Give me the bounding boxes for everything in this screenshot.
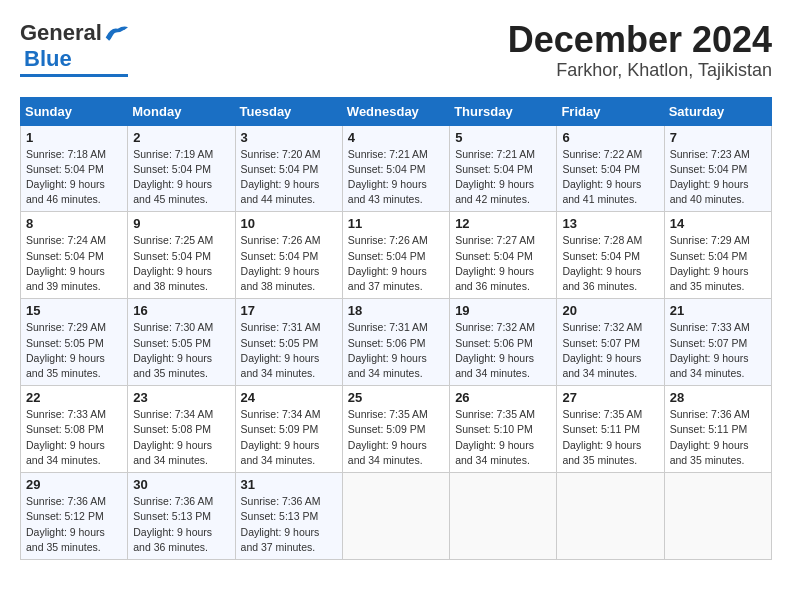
day-info: Sunrise: 7:35 AMSunset: 5:10 PMDaylight:… bbox=[455, 407, 551, 468]
weekday-header-cell: Saturday bbox=[664, 97, 771, 125]
calendar-day-cell: 31Sunrise: 7:36 AMSunset: 5:13 PMDayligh… bbox=[235, 473, 342, 560]
day-info: Sunrise: 7:27 AMSunset: 5:04 PMDaylight:… bbox=[455, 233, 551, 294]
day-info: Sunrise: 7:23 AMSunset: 5:04 PMDaylight:… bbox=[670, 147, 766, 208]
weekday-header-row: SundayMondayTuesdayWednesdayThursdayFrid… bbox=[21, 97, 772, 125]
day-info: Sunrise: 7:33 AMSunset: 5:08 PMDaylight:… bbox=[26, 407, 122, 468]
day-number: 15 bbox=[26, 303, 122, 318]
logo-blue: Blue bbox=[24, 46, 72, 72]
day-number: 20 bbox=[562, 303, 658, 318]
calendar-day-cell: 2Sunrise: 7:19 AMSunset: 5:04 PMDaylight… bbox=[128, 125, 235, 212]
day-info: Sunrise: 7:20 AMSunset: 5:04 PMDaylight:… bbox=[241, 147, 337, 208]
day-number: 6 bbox=[562, 130, 658, 145]
day-info: Sunrise: 7:33 AMSunset: 5:07 PMDaylight:… bbox=[670, 320, 766, 381]
calendar-day-cell: 17Sunrise: 7:31 AMSunset: 5:05 PMDayligh… bbox=[235, 299, 342, 386]
day-number: 10 bbox=[241, 216, 337, 231]
day-number: 21 bbox=[670, 303, 766, 318]
calendar-day-cell: 22Sunrise: 7:33 AMSunset: 5:08 PMDayligh… bbox=[21, 386, 128, 473]
calendar-day-cell: 16Sunrise: 7:30 AMSunset: 5:05 PMDayligh… bbox=[128, 299, 235, 386]
day-number: 17 bbox=[241, 303, 337, 318]
day-number: 11 bbox=[348, 216, 444, 231]
logo: General Blue bbox=[20, 20, 128, 77]
day-info: Sunrise: 7:19 AMSunset: 5:04 PMDaylight:… bbox=[133, 147, 229, 208]
calendar-day-cell: 24Sunrise: 7:34 AMSunset: 5:09 PMDayligh… bbox=[235, 386, 342, 473]
calendar-day-cell: 11Sunrise: 7:26 AMSunset: 5:04 PMDayligh… bbox=[342, 212, 449, 299]
day-number: 12 bbox=[455, 216, 551, 231]
day-number: 14 bbox=[670, 216, 766, 231]
day-number: 30 bbox=[133, 477, 229, 492]
day-info: Sunrise: 7:29 AMSunset: 5:05 PMDaylight:… bbox=[26, 320, 122, 381]
calendar-day-cell: 14Sunrise: 7:29 AMSunset: 5:04 PMDayligh… bbox=[664, 212, 771, 299]
day-info: Sunrise: 7:36 AMSunset: 5:11 PMDaylight:… bbox=[670, 407, 766, 468]
weekday-header-cell: Friday bbox=[557, 97, 664, 125]
day-info: Sunrise: 7:30 AMSunset: 5:05 PMDaylight:… bbox=[133, 320, 229, 381]
month-title: December 2024 bbox=[508, 20, 772, 60]
calendar-day-cell: 25Sunrise: 7:35 AMSunset: 5:09 PMDayligh… bbox=[342, 386, 449, 473]
day-number: 4 bbox=[348, 130, 444, 145]
weekday-header-cell: Thursday bbox=[450, 97, 557, 125]
page-header: General Blue December 2024 Farkhor, Khat… bbox=[20, 20, 772, 81]
calendar-day-cell: 7Sunrise: 7:23 AMSunset: 5:04 PMDaylight… bbox=[664, 125, 771, 212]
location-title: Farkhor, Khatlon, Tajikistan bbox=[508, 60, 772, 81]
day-info: Sunrise: 7:18 AMSunset: 5:04 PMDaylight:… bbox=[26, 147, 122, 208]
day-info: Sunrise: 7:35 AMSunset: 5:09 PMDaylight:… bbox=[348, 407, 444, 468]
calendar-day-cell bbox=[664, 473, 771, 560]
calendar-body: 1Sunrise: 7:18 AMSunset: 5:04 PMDaylight… bbox=[21, 125, 772, 559]
title-block: December 2024 Farkhor, Khatlon, Tajikist… bbox=[508, 20, 772, 81]
calendar-day-cell: 5Sunrise: 7:21 AMSunset: 5:04 PMDaylight… bbox=[450, 125, 557, 212]
day-number: 19 bbox=[455, 303, 551, 318]
logo-bird-icon bbox=[104, 25, 128, 43]
calendar-day-cell: 23Sunrise: 7:34 AMSunset: 5:08 PMDayligh… bbox=[128, 386, 235, 473]
calendar-week-row: 29Sunrise: 7:36 AMSunset: 5:12 PMDayligh… bbox=[21, 473, 772, 560]
day-info: Sunrise: 7:36 AMSunset: 5:12 PMDaylight:… bbox=[26, 494, 122, 555]
calendar-day-cell: 29Sunrise: 7:36 AMSunset: 5:12 PMDayligh… bbox=[21, 473, 128, 560]
logo-underline bbox=[20, 74, 128, 77]
day-info: Sunrise: 7:26 AMSunset: 5:04 PMDaylight:… bbox=[241, 233, 337, 294]
calendar-day-cell bbox=[557, 473, 664, 560]
day-number: 1 bbox=[26, 130, 122, 145]
day-number: 25 bbox=[348, 390, 444, 405]
day-number: 3 bbox=[241, 130, 337, 145]
day-number: 22 bbox=[26, 390, 122, 405]
weekday-header-cell: Sunday bbox=[21, 97, 128, 125]
day-number: 26 bbox=[455, 390, 551, 405]
calendar-day-cell: 9Sunrise: 7:25 AMSunset: 5:04 PMDaylight… bbox=[128, 212, 235, 299]
weekday-header-cell: Tuesday bbox=[235, 97, 342, 125]
day-info: Sunrise: 7:25 AMSunset: 5:04 PMDaylight:… bbox=[133, 233, 229, 294]
day-info: Sunrise: 7:22 AMSunset: 5:04 PMDaylight:… bbox=[562, 147, 658, 208]
weekday-header-cell: Monday bbox=[128, 97, 235, 125]
calendar-day-cell: 10Sunrise: 7:26 AMSunset: 5:04 PMDayligh… bbox=[235, 212, 342, 299]
calendar-week-row: 15Sunrise: 7:29 AMSunset: 5:05 PMDayligh… bbox=[21, 299, 772, 386]
calendar-day-cell: 21Sunrise: 7:33 AMSunset: 5:07 PMDayligh… bbox=[664, 299, 771, 386]
day-number: 27 bbox=[562, 390, 658, 405]
calendar-day-cell: 12Sunrise: 7:27 AMSunset: 5:04 PMDayligh… bbox=[450, 212, 557, 299]
day-number: 9 bbox=[133, 216, 229, 231]
day-info: Sunrise: 7:31 AMSunset: 5:06 PMDaylight:… bbox=[348, 320, 444, 381]
day-number: 23 bbox=[133, 390, 229, 405]
calendar-week-row: 1Sunrise: 7:18 AMSunset: 5:04 PMDaylight… bbox=[21, 125, 772, 212]
weekday-header-cell: Wednesday bbox=[342, 97, 449, 125]
day-number: 13 bbox=[562, 216, 658, 231]
calendar-day-cell: 15Sunrise: 7:29 AMSunset: 5:05 PMDayligh… bbox=[21, 299, 128, 386]
day-info: Sunrise: 7:34 AMSunset: 5:08 PMDaylight:… bbox=[133, 407, 229, 468]
day-info: Sunrise: 7:35 AMSunset: 5:11 PMDaylight:… bbox=[562, 407, 658, 468]
day-number: 8 bbox=[26, 216, 122, 231]
day-number: 28 bbox=[670, 390, 766, 405]
day-info: Sunrise: 7:29 AMSunset: 5:04 PMDaylight:… bbox=[670, 233, 766, 294]
day-info: Sunrise: 7:31 AMSunset: 5:05 PMDaylight:… bbox=[241, 320, 337, 381]
day-number: 7 bbox=[670, 130, 766, 145]
day-number: 29 bbox=[26, 477, 122, 492]
day-info: Sunrise: 7:26 AMSunset: 5:04 PMDaylight:… bbox=[348, 233, 444, 294]
calendar-table: SundayMondayTuesdayWednesdayThursdayFrid… bbox=[20, 97, 772, 560]
calendar-week-row: 22Sunrise: 7:33 AMSunset: 5:08 PMDayligh… bbox=[21, 386, 772, 473]
day-number: 18 bbox=[348, 303, 444, 318]
calendar-day-cell: 28Sunrise: 7:36 AMSunset: 5:11 PMDayligh… bbox=[664, 386, 771, 473]
calendar-day-cell: 20Sunrise: 7:32 AMSunset: 5:07 PMDayligh… bbox=[557, 299, 664, 386]
calendar-day-cell: 18Sunrise: 7:31 AMSunset: 5:06 PMDayligh… bbox=[342, 299, 449, 386]
calendar-day-cell: 6Sunrise: 7:22 AMSunset: 5:04 PMDaylight… bbox=[557, 125, 664, 212]
calendar-day-cell: 30Sunrise: 7:36 AMSunset: 5:13 PMDayligh… bbox=[128, 473, 235, 560]
day-info: Sunrise: 7:36 AMSunset: 5:13 PMDaylight:… bbox=[133, 494, 229, 555]
day-number: 31 bbox=[241, 477, 337, 492]
logo-text: General bbox=[20, 20, 128, 46]
calendar-day-cell bbox=[450, 473, 557, 560]
day-info: Sunrise: 7:36 AMSunset: 5:13 PMDaylight:… bbox=[241, 494, 337, 555]
